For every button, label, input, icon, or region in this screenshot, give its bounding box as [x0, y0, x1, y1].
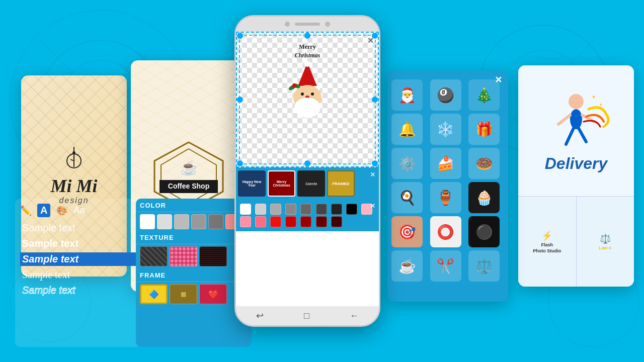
color-panel-close[interactable]: ✕ — [370, 202, 376, 210]
svg-point-34 — [570, 109, 582, 129]
delivery-cell-2: ⚖️ Law o — [577, 197, 634, 287]
nav-home-icon[interactable]: □ — [304, 311, 309, 321]
ctf-swatch-4[interactable] — [191, 214, 206, 229]
mimi-logo-text: Mi Mi — [50, 176, 97, 197]
handle-br[interactable] — [372, 160, 378, 166]
phone-camera-2 — [325, 22, 330, 27]
sticker-thumb-1[interactable]: Happy New Year — [238, 170, 266, 197]
sticker-grid: 🎅 🎱 🎄 🔔 ❄️ 🎁 ⚙️ 🍰 🍩 🍳 🏺 🧁 🎯 ⭕ ⚫ ☕ ✂️ ⚖️ — [391, 74, 504, 282]
sticker-thumb-4[interactable]: FRAMED — [327, 170, 355, 197]
phone-camera — [285, 22, 290, 27]
sticker-cell-17[interactable]: ✂️ — [430, 250, 461, 282]
sticker-cell-18[interactable]: ⚖️ — [468, 250, 500, 282]
sticker-grid-panel: ✕ 🎅 🎱 🎄 🔔 ❄️ 🎁 ⚙️ 🍰 🍩 🍳 🏺 🧁 🎯 ⭕ ⚫ ☕ ✂️ — [387, 70, 508, 302]
swatch-red[interactable] — [270, 216, 281, 227]
swatch-vdgray[interactable] — [331, 204, 342, 215]
svg-point-24 — [304, 61, 310, 67]
handle-bm[interactable] — [304, 160, 310, 166]
nav-recent-icon[interactable]: ← — [350, 311, 359, 321]
sticker-panel-x-btn[interactable]: ✕ — [495, 74, 502, 85]
swatch-vdred[interactable] — [300, 216, 311, 227]
handle-tl[interactable] — [237, 33, 243, 39]
sample-text-outline: Sample text — [20, 284, 136, 297]
sticker-cell-16[interactable]: ☕ — [391, 250, 423, 282]
svg-point-32 — [292, 83, 296, 87]
swatch-ddred[interactable] — [316, 216, 327, 227]
palette-icon[interactable]: 🎨 — [56, 205, 67, 216]
sticker-cell-4[interactable]: 🔔 — [391, 114, 423, 145]
ctf-texture-2[interactable] — [170, 246, 197, 266]
handle-ml[interactable] — [237, 97, 243, 103]
sample-text-script: Sample text — [20, 268, 136, 282]
sticker-cell-12[interactable]: 🧁 — [468, 182, 500, 213]
mimi-logo: Mi Mi design — [50, 147, 97, 206]
nav-back-icon[interactable]: ↩ — [256, 310, 264, 321]
swatch-lpink2[interactable] — [240, 216, 251, 227]
swatch-mpink[interactable] — [255, 216, 266, 227]
svg-point-29 — [294, 98, 320, 118]
swatch-dred[interactable] — [285, 216, 296, 227]
sticker-cell-6[interactable]: 🎁 — [468, 114, 500, 145]
svg-point-26 — [301, 93, 304, 96]
swatch-lgray1[interactable] — [255, 204, 266, 215]
swatch-mgray[interactable] — [285, 204, 296, 215]
christmas-image: Merry Christmas — [282, 43, 333, 120]
sticker-cell-2[interactable]: 🎱 — [430, 79, 461, 111]
sticker-cell-15[interactable]: ⚫ — [468, 216, 500, 247]
svg-point-15 — [72, 151, 75, 154]
sticker-cell-13[interactable]: 🎯 — [391, 216, 423, 247]
canvas-close-btn[interactable]: ✕ — [367, 36, 374, 45]
handle-mr[interactable] — [372, 97, 378, 103]
sticker-cell-1[interactable]: 🎅 — [391, 79, 423, 111]
phone-screen: Merry Christmas — [236, 32, 379, 306]
sticker-cell-5[interactable]: ❄️ — [430, 114, 461, 145]
ctf-frame-3[interactable]: ❤️ — [199, 284, 227, 304]
sticker-panel-close[interactable]: ✕ — [370, 170, 376, 178]
christmas-text: Christmas — [282, 51, 333, 60]
delivery-top-section: ✦ ✦ Delivery — [518, 65, 634, 196]
ctf-swatch-2[interactable] — [157, 214, 172, 229]
sticker-cell-10[interactable]: 🍳 — [391, 182, 423, 213]
svg-line-37 — [566, 128, 574, 144]
ctf-texture-3[interactable] — [199, 246, 227, 266]
sticker-thumb-3[interactable]: Sabella — [297, 170, 325, 197]
ctf-frame-2[interactable]: ▦ — [170, 284, 197, 304]
svg-line-38 — [579, 128, 586, 142]
svg-text:✦: ✦ — [591, 94, 596, 101]
pencil-icon[interactable]: ✏️ — [20, 205, 31, 216]
swatch-dgray2[interactable] — [316, 204, 327, 215]
svg-line-35 — [558, 115, 570, 124]
swatch-lgray2[interactable] — [270, 204, 281, 215]
swatch-black[interactable] — [346, 204, 357, 215]
handle-bl[interactable] — [237, 160, 243, 166]
color-grid — [239, 203, 376, 228]
ctf-texture-1[interactable] — [140, 246, 168, 266]
handle-tm[interactable] — [304, 33, 310, 39]
text-icon[interactable]: A — [37, 204, 50, 217]
swatch-white[interactable] — [240, 204, 251, 215]
svg-point-27 — [311, 93, 314, 96]
font-icon[interactable]: Aa — [73, 205, 85, 216]
sticker-cell-14[interactable]: ⭕ — [430, 216, 461, 247]
ctf-swatch-3[interactable] — [174, 214, 189, 229]
ctf-texture-label: TEXTURE — [140, 234, 174, 241]
svg-text:☕: ☕ — [180, 159, 198, 176]
svg-text:✦: ✦ — [599, 102, 603, 108]
swatch-xdred[interactable] — [331, 216, 342, 227]
phone-notch — [236, 17, 379, 32]
ctf-swatch-1[interactable] — [140, 214, 155, 229]
sticker-cell-8[interactable]: 🍰 — [430, 148, 461, 179]
canvas-area[interactable]: Merry Christmas — [236, 32, 379, 167]
svg-text:Coffee Shop: Coffee Shop — [168, 182, 209, 190]
swatch-dgray1[interactable] — [300, 204, 311, 215]
sticker-cell-7[interactable]: ⚙️ — [391, 148, 423, 179]
sticker-thumb-2[interactable]: Merry Christmas — [268, 170, 295, 197]
sticker-cell-11[interactable]: 🏺 — [430, 182, 461, 213]
svg-line-16 — [70, 159, 74, 161]
ctf-frame-1[interactable]: 🔷 — [140, 284, 168, 304]
ctf-swatch-5[interactable] — [208, 214, 223, 229]
sticker-cell-9[interactable]: 🍩 — [468, 148, 500, 179]
svg-point-33 — [569, 94, 584, 109]
phone-nav-bar: ↩ □ ← — [236, 306, 379, 325]
phone-body: Merry Christmas — [234, 15, 380, 327]
